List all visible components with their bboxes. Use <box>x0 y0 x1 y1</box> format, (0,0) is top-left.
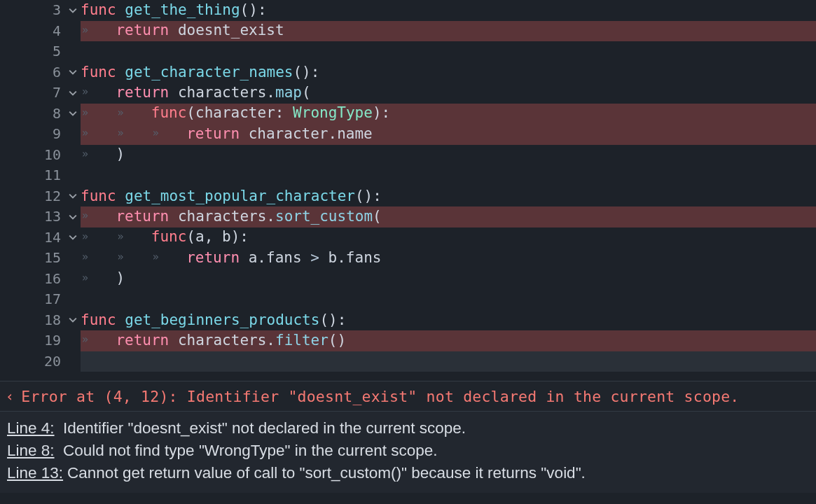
fold-gutter[interactable] <box>65 310 81 331</box>
chevron-down-icon[interactable] <box>69 316 77 324</box>
line-number[interactable]: 17 <box>0 289 65 310</box>
code-token: . <box>266 332 275 349</box>
line-number[interactable]: 12 <box>0 186 65 207</box>
code-content[interactable] <box>81 165 816 186</box>
line-number[interactable]: 10 <box>0 145 65 166</box>
chevron-down-icon[interactable] <box>69 109 77 118</box>
code-line[interactable]: 16») <box>0 269 816 290</box>
code-line[interactable]: 15»»»return a.fans > b.fans <box>0 248 816 269</box>
code-token: > <box>310 249 319 266</box>
code-line[interactable]: 19»return characters.filter() <box>0 330 816 351</box>
code-line[interactable]: 14»»func(a, b): <box>0 227 816 248</box>
code-content[interactable]: »»»return character.name <box>81 124 816 145</box>
code-content[interactable]: func get_character_names(): <box>81 62 816 83</box>
error-row[interactable]: Line 4:Identifier "doesnt_exist" not dec… <box>7 417 809 440</box>
code-line[interactable]: 17 <box>0 289 816 310</box>
line-number[interactable]: 6 <box>0 62 65 83</box>
code-line[interactable]: 7»return characters.map( <box>0 83 816 104</box>
fold-gutter <box>65 21 81 42</box>
code-line[interactable]: 3func get_the_thing(): <box>0 0 816 21</box>
code-token: : <box>373 188 382 204</box>
code-token: b <box>329 249 338 266</box>
code-content[interactable]: »return doesnt_exist <box>81 21 816 42</box>
error-line-link[interactable]: Line 8: <box>7 440 59 462</box>
code-content[interactable] <box>81 41 816 62</box>
code-content[interactable]: »return characters.filter() <box>81 330 816 351</box>
line-number[interactable]: 20 <box>0 351 65 372</box>
line-number[interactable]: 5 <box>0 41 65 62</box>
code-content[interactable]: ») <box>81 269 816 290</box>
code-token: func <box>151 228 187 245</box>
error-line-link[interactable]: Line 4: <box>7 417 59 440</box>
line-number[interactable]: 19 <box>0 330 65 351</box>
line-number[interactable]: 15 <box>0 248 65 269</box>
line-number[interactable]: 18 <box>0 310 65 331</box>
code-content[interactable]: »»func(character: WrongType): <box>81 104 816 125</box>
code-line[interactable]: 4»return doesnt_exist <box>0 21 816 42</box>
code-content[interactable]: »»»return a.fans > b.fans <box>81 248 816 269</box>
code-token: . <box>328 125 337 142</box>
code-content[interactable]: »»func(a, b): <box>81 227 816 248</box>
whitespace-marker: » <box>116 227 151 248</box>
chevron-down-icon[interactable] <box>69 6 77 15</box>
line-number[interactable]: 13 <box>0 206 65 227</box>
code-area[interactable]: 3func get_the_thing():4»return doesnt_ex… <box>0 0 816 372</box>
code-content[interactable] <box>81 351 816 372</box>
line-number[interactable]: 11 <box>0 165 65 186</box>
line-number[interactable]: 4 <box>0 21 65 42</box>
chevron-down-icon[interactable] <box>69 192 77 200</box>
chevron-down-icon[interactable] <box>69 89 77 97</box>
code-line[interactable]: 5 <box>0 41 816 62</box>
chevron-down-icon[interactable] <box>69 233 77 241</box>
fold-gutter[interactable] <box>65 0 81 21</box>
chevron-down-icon[interactable] <box>69 213 77 221</box>
code-token <box>116 312 125 328</box>
code-content[interactable]: func get_the_thing(): <box>81 0 816 21</box>
fold-gutter[interactable] <box>65 227 81 248</box>
code-content[interactable] <box>81 289 816 310</box>
status-bar[interactable]: ‹ Error at (4, 12): Identifier "doesnt_e… <box>0 381 816 412</box>
line-number[interactable]: 14 <box>0 227 65 248</box>
code-token: . <box>257 249 266 266</box>
code-line[interactable]: 12func get_most_popular_character(): <box>0 186 816 207</box>
fold-gutter[interactable] <box>65 83 81 104</box>
fold-gutter[interactable] <box>65 206 81 227</box>
code-content[interactable]: ») <box>81 145 816 166</box>
line-number[interactable]: 8 <box>0 104 65 125</box>
code-content[interactable]: func get_beginners_products(): <box>81 310 816 331</box>
prev-error-icon[interactable]: ‹ <box>6 388 14 405</box>
code-token <box>116 188 125 204</box>
code-token: , <box>205 228 222 245</box>
fold-gutter[interactable] <box>65 186 81 207</box>
code-content[interactable]: »return characters.map( <box>81 83 816 104</box>
fold-gutter[interactable] <box>65 62 81 83</box>
whitespace-marker: » <box>81 268 116 289</box>
code-line[interactable]: 6func get_character_names(): <box>0 62 816 83</box>
chevron-down-icon[interactable] <box>69 68 77 76</box>
line-number[interactable]: 3 <box>0 0 65 21</box>
code-line[interactable]: 9»»»return character.name <box>0 124 816 145</box>
fold-gutter <box>65 351 81 372</box>
code-token: characters <box>178 332 266 349</box>
code-line[interactable]: 13»return characters.sort_custom( <box>0 206 816 227</box>
code-content[interactable]: »return characters.sort_custom( <box>81 206 816 227</box>
code-token: character <box>249 125 329 142</box>
code-line[interactable]: 18func get_beginners_products(): <box>0 310 816 331</box>
code-content[interactable]: func get_most_popular_character(): <box>81 186 816 207</box>
code-line[interactable]: 20 <box>0 351 816 372</box>
code-line[interactable]: 10») <box>0 145 816 166</box>
code-line[interactable]: 8»»func(character: WrongType): <box>0 104 816 125</box>
code-token: . <box>266 84 275 101</box>
code-token: return <box>116 208 169 225</box>
code-token: func <box>151 104 187 121</box>
errors-panel[interactable]: Line 4:Identifier "doesnt_exist" not dec… <box>0 412 816 493</box>
code-line[interactable]: 11 <box>0 165 816 186</box>
line-number[interactable]: 7 <box>0 83 65 104</box>
error-line-link[interactable]: Line 13: <box>7 462 63 484</box>
line-number[interactable]: 9 <box>0 124 65 145</box>
fold-gutter[interactable] <box>65 104 81 125</box>
fold-gutter <box>65 165 81 186</box>
error-row[interactable]: Line 8:Could not find type "WrongType" i… <box>7 440 809 462</box>
error-row[interactable]: Line 13:Cannot get return value of call … <box>7 462 809 484</box>
line-number[interactable]: 16 <box>0 269 65 290</box>
